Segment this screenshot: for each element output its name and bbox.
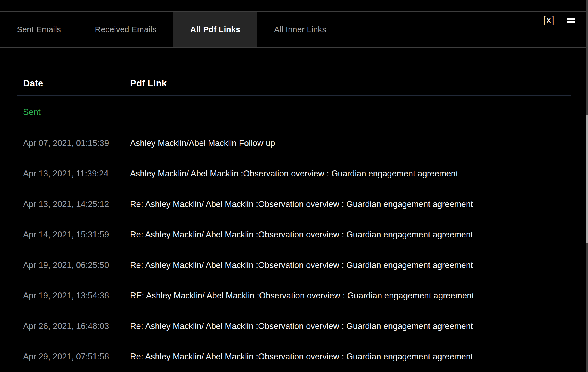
row-date: Apr 13, 2021, 14:25:12 xyxy=(17,199,124,209)
column-header-pdf-link: Pdf Link xyxy=(124,78,571,88)
table-row: Apr 29, 2021, 07:51:58Re: Ashley Macklin… xyxy=(17,341,571,372)
tab-sent-emails[interactable]: Sent Emails xyxy=(0,12,78,47)
pdf-links-panel: Date Pdf Link Sent Apr 07, 2021, 01:15:3… xyxy=(0,78,588,372)
row-pdf-link[interactable]: Re: Ashley Macklin/ Abel Macklin :Observ… xyxy=(124,260,571,270)
row-date: Apr 19, 2021, 06:25:50 xyxy=(17,260,124,270)
table-row: Apr 26, 2021, 16:48:03Re: Ashley Macklin… xyxy=(17,311,571,341)
row-date: Apr 13, 2021, 11:39:24 xyxy=(17,169,124,179)
table-row: Apr 13, 2021, 14:25:12Re: Ashley Macklin… xyxy=(17,189,571,219)
row-pdf-link[interactable]: Re: Ashley Macklin/ Abel Macklin :Observ… xyxy=(124,352,571,362)
row-pdf-link[interactable]: Ashley Macklin/Abel Macklin Follow up xyxy=(124,138,571,148)
row-pdf-link[interactable]: RE: Ashley Macklin/ Abel Macklin :Observ… xyxy=(124,291,571,301)
table-row: Apr 19, 2021, 13:54:38RE: Ashley Macklin… xyxy=(17,280,571,311)
table-row: Apr 19, 2021, 06:25:50Re: Ashley Macklin… xyxy=(17,250,571,280)
tab-all-pdf-links[interactable]: All Pdf Links xyxy=(173,12,257,47)
row-date: Apr 07, 2021, 01:15:39 xyxy=(17,138,124,148)
scrollbar-track[interactable] xyxy=(586,0,588,372)
scrollbar-thumb[interactable] xyxy=(586,115,588,243)
table-body: Apr 07, 2021, 01:15:39Ashley Macklin/Abe… xyxy=(17,128,571,372)
row-date: Apr 26, 2021, 16:48:03 xyxy=(17,321,124,331)
section-row: Sent xyxy=(17,96,571,128)
row-date: Apr 14, 2021, 15:31:59 xyxy=(17,230,124,240)
column-header-date: Date xyxy=(17,78,124,88)
section-label-sent: Sent xyxy=(17,107,41,117)
tab-bar: Sent EmailsReceived EmailsAll Pdf LinksA… xyxy=(0,11,588,48)
row-pdf-link[interactable]: Re: Ashley Macklin/ Abel Macklin :Observ… xyxy=(124,199,571,209)
tab-all-inner-links[interactable]: All Inner Links xyxy=(257,12,343,47)
row-date: Apr 29, 2021, 07:51:58 xyxy=(17,352,124,362)
top-spacer xyxy=(0,0,588,11)
tab-received-emails[interactable]: Received Emails xyxy=(78,12,173,47)
app-window: Sent EmailsReceived EmailsAll Pdf LinksA… xyxy=(0,0,588,372)
window-controls: [x] xyxy=(543,15,575,25)
close-icon[interactable]: [x] xyxy=(543,15,555,25)
row-pdf-link[interactable]: Re: Ashley Macklin/ Abel Macklin :Observ… xyxy=(124,321,571,331)
table-row: Apr 14, 2021, 15:31:59Re: Ashley Macklin… xyxy=(17,219,571,250)
menu-icon[interactable] xyxy=(567,15,575,23)
row-pdf-link[interactable]: Re: Ashley Macklin/ Abel Macklin :Observ… xyxy=(124,230,571,240)
row-date: Apr 19, 2021, 13:54:38 xyxy=(17,291,124,301)
tab-list: Sent EmailsReceived EmailsAll Pdf LinksA… xyxy=(0,12,343,47)
table-header-row: Date Pdf Link xyxy=(17,78,571,88)
table-row: Apr 13, 2021, 11:39:24Ashley Macklin/ Ab… xyxy=(17,158,571,189)
table-row: Apr 07, 2021, 01:15:39Ashley Macklin/Abe… xyxy=(17,128,571,158)
row-pdf-link[interactable]: Ashley Macklin/ Abel Macklin :Observatio… xyxy=(124,169,571,179)
